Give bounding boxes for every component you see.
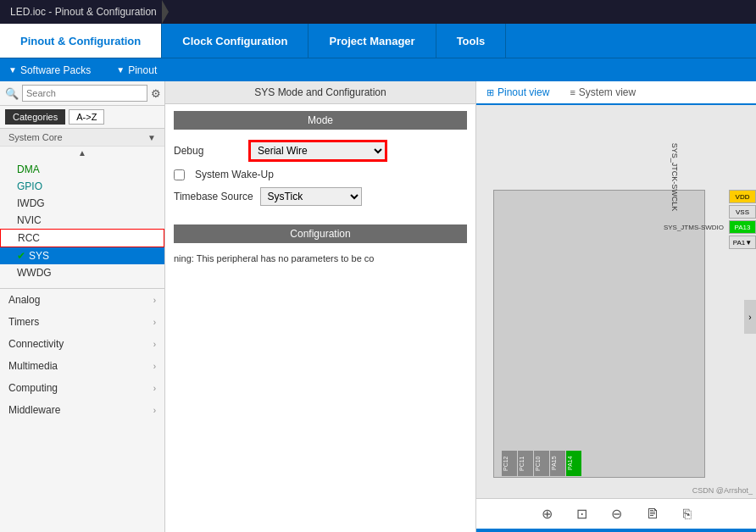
sub-nav: ▼ Software Packs ▼ Pinout	[0, 58, 756, 81]
collapse-icon[interactable]: ▼	[147, 133, 156, 142]
timebase-row: Timebase Source SysTick TIM1 TIM2	[174, 187, 467, 206]
title-bar-text: LED.ioc - Pinout & Configuration	[10, 6, 157, 18]
bottom-toolbar: ⊕ ⊡ ⊖ 🖹 ⎘	[476, 498, 756, 529]
pinout-area: SYS_JTCK-SWCLK PC12 PC11 PC10 PA15 PA14 …	[476, 105, 756, 529]
sidebar-item-connectivity[interactable]: Connectivity ›	[0, 333, 164, 355]
zoom-out-button[interactable]: ⊖	[608, 502, 625, 525]
tab-pinout[interactable]: Pinout & Configuration	[0, 24, 162, 58]
pin-pa1x[interactable]: PA1▼	[729, 236, 756, 249]
export-save-button[interactable]: ⎘	[680, 503, 695, 525]
pin-pa13[interactable]: PA13	[729, 220, 756, 234]
chevron-right-icon: ›	[153, 318, 156, 327]
title-bar-arrow	[162, 0, 169, 24]
tab-tools[interactable]: Tools	[436, 24, 507, 58]
chevron-right-icon: ›	[153, 384, 156, 393]
bottom-progress-bar	[476, 529, 756, 532]
pin-pc12[interactable]: PC12	[502, 451, 517, 476]
chevron-right-icon: ›	[153, 362, 156, 371]
right-panel: ⊞ Pinout view ≡ System view SYS_JTCK-SWC…	[476, 81, 756, 532]
check-icon: ✔	[17, 250, 25, 262]
sidebar-item-analog[interactable]: Analog ›	[0, 289, 164, 311]
sidebar-item-iwdg[interactable]: IWDG	[0, 195, 164, 212]
tab-system-view[interactable]: ≡ System view	[559, 81, 646, 103]
search-icon[interactable]: 🔍	[5, 87, 19, 100]
pin-vdd[interactable]: VDD	[729, 190, 756, 203]
pin-pa1x-row: PA1▼	[664, 236, 756, 249]
pin-vss[interactable]: VSS	[729, 205, 756, 219]
title-bar: LED.ioc - Pinout & Configuration	[0, 0, 756, 24]
tab-categories[interactable]: Categories	[5, 109, 65, 125]
config-warning: ning: This peripheral has no parameters …	[165, 248, 475, 269]
sidebar-tabs: Categories A->Z	[0, 106, 164, 129]
pin-pa14[interactable]: PA14	[566, 451, 581, 476]
debug-row: Debug Serial Wire No Debug JTAG (5 pins)…	[174, 140, 467, 162]
subnav-pinout[interactable]: ▼ Pinout	[116, 64, 157, 76]
main-content: 🔍 ⚙ Categories A->Z System Core ▼ ▲ DMA	[0, 81, 756, 532]
top-nav: Pinout & Configuration Clock Configurati…	[0, 24, 756, 58]
sidebar-item-gpio[interactable]: GPIO	[0, 178, 164, 195]
chevron-down-icon: ▼	[8, 65, 17, 75]
sidebar-item-computing[interactable]: Computing ›	[0, 377, 164, 399]
sidebar-item-wwdg[interactable]: WWDG	[0, 264, 164, 281]
sidebar-item-nvic[interactable]: NVIC	[0, 212, 164, 229]
debug-select-wrapper: Serial Wire No Debug JTAG (5 pins) JTAG …	[248, 140, 387, 162]
center-panel: SYS Mode and Configuration Mode Debug Se…	[165, 81, 476, 532]
scroll-up-area: ▲	[0, 147, 164, 159]
sidebar-item-multimedia[interactable]: Multimedia ›	[0, 355, 164, 377]
config-section-header: Configuration	[174, 224, 467, 243]
subnav-software-packs[interactable]: ▼ Software Packs	[8, 64, 91, 76]
tab-clock[interactable]: Clock Configuration	[162, 24, 309, 58]
mode-section-header: Mode	[174, 111, 467, 130]
sidebar-item-sys[interactable]: ✔ SYS	[0, 247, 164, 264]
chevron-down-icon: ▼	[116, 65, 125, 75]
scroll-up-icon[interactable]: ▲	[78, 148, 86, 158]
wakeup-label: System Wake-Up	[195, 169, 274, 180]
pin-pc10[interactable]: PC10	[534, 451, 549, 476]
system-core-header: System Core ▼	[0, 129, 164, 147]
frame-button[interactable]: ⊡	[573, 502, 591, 525]
debug-select[interactable]: Serial Wire No Debug JTAG (5 pins) JTAG …	[250, 141, 386, 160]
sidebar: 🔍 ⚙ Categories A->Z System Core ▼ ▲ DMA	[0, 81, 165, 532]
chevron-right-icon: ›	[153, 296, 156, 305]
search-input[interactable]	[22, 85, 147, 102]
timebase-label: Timebase Source	[174, 191, 253, 202]
timebase-select[interactable]: SysTick TIM1 TIM2	[260, 187, 362, 206]
sidebar-item-timers[interactable]: Timers ›	[0, 311, 164, 333]
tab-a-to-z[interactable]: A->Z	[69, 109, 104, 125]
system-core-items: DMA GPIO IWDG NVIC RCC ✔ SYS WWDG	[0, 159, 164, 283]
right-panel-tabs: ⊞ Pinout view ≡ System view	[476, 81, 756, 105]
pins-top-row: PC12 PC11 PC10 PA15 PA14	[502, 451, 581, 476]
pa13-label: SYS_JTMS-SWDIO	[664, 224, 724, 231]
gear-icon[interactable]: ⚙	[151, 87, 161, 100]
export-print-button[interactable]: 🖹	[642, 503, 663, 525]
expand-right-icon[interactable]: ›	[744, 300, 756, 334]
center-form: Debug Serial Wire No Debug JTAG (5 pins)…	[165, 135, 475, 218]
sidebar-item-rcc[interactable]: RCC	[0, 229, 164, 247]
wakeup-checkbox[interactable]	[174, 169, 185, 180]
chevron-right-icon: ›	[153, 406, 156, 415]
sidebar-search-bar: 🔍 ⚙	[0, 81, 164, 106]
grid-icon: ⊞	[486, 87, 494, 98]
sidebar-item-dma[interactable]: DMA	[0, 161, 164, 178]
zoom-in-button[interactable]: ⊕	[538, 502, 556, 525]
jtck-swclk-label: SYS_JTCK-SWCLK	[671, 143, 680, 212]
tab-project[interactable]: Project Manager	[309, 24, 436, 58]
pin-pa15[interactable]: PA15	[550, 451, 565, 476]
sidebar-item-middleware[interactable]: Middleware ›	[0, 399, 164, 421]
pin-pa13-row: SYS_JTMS-SWDIO PA13	[664, 220, 756, 234]
watermark: CSDN @Arrshot_	[692, 486, 753, 495]
center-panel-header: SYS Mode and Configuration	[165, 81, 475, 104]
debug-label: Debug	[174, 145, 242, 157]
list-icon: ≡	[570, 87, 575, 97]
tab-pinout-view[interactable]: ⊞ Pinout view	[476, 81, 559, 105]
pin-pc11[interactable]: PC11	[518, 451, 533, 476]
chevron-right-icon: ›	[153, 340, 156, 349]
wakeup-row: System Wake-Up	[174, 169, 467, 180]
